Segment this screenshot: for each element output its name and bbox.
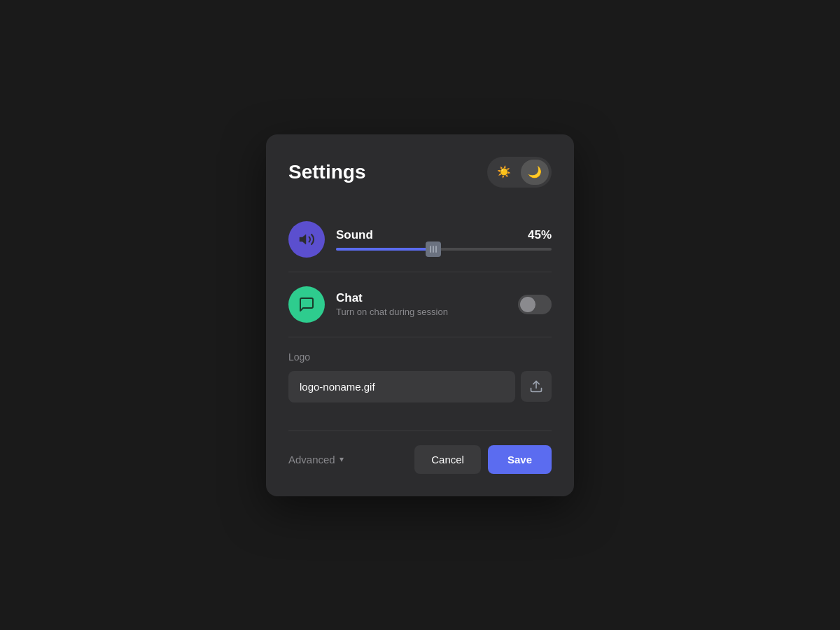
toggle-knob (520, 297, 536, 312)
advanced-button[interactable]: Advanced ▾ (288, 454, 344, 465)
sound-icon-bg (288, 221, 325, 258)
chat-icon-bg (288, 286, 325, 323)
settings-modal: Settings ☀️ 🌙 Sound 45% (266, 134, 574, 496)
slider-thumb-line-1 (430, 246, 431, 253)
advanced-label: Advanced (288, 454, 335, 465)
sound-value: 45% (528, 228, 552, 242)
chat-icon (298, 296, 315, 313)
logo-upload-button[interactable] (521, 371, 552, 402)
logo-label: Logo (288, 351, 552, 363)
slider-fill (336, 248, 433, 251)
footer-actions: Cancel Save (414, 445, 552, 474)
upload-icon (529, 379, 543, 393)
sound-label: Sound (336, 228, 373, 242)
theme-toggle: ☀️ 🌙 (487, 157, 552, 188)
chat-section: Chat Turn on chat during session (288, 275, 552, 334)
modal-title: Settings (288, 161, 365, 183)
slider-thumb-lines (430, 246, 437, 253)
divider-2 (288, 337, 552, 337)
sound-slider-container[interactable] (336, 248, 552, 251)
slider-track (336, 248, 552, 251)
sound-section: Sound 45% (288, 210, 552, 269)
slider-thumb[interactable] (426, 241, 441, 257)
save-button[interactable]: Save (488, 445, 552, 474)
modal-header: Settings ☀️ 🌙 (288, 157, 552, 188)
theme-light-button[interactable]: ☀️ (490, 160, 518, 185)
sound-header: Sound 45% (336, 228, 552, 242)
logo-filename-input[interactable] (288, 371, 515, 402)
logo-section: Logo (288, 340, 552, 414)
volume-icon (298, 231, 315, 248)
cancel-button[interactable]: Cancel (414, 445, 481, 474)
chat-content: Chat Turn on chat during session (336, 291, 507, 317)
theme-dark-button[interactable]: 🌙 (521, 160, 549, 185)
sun-icon: ☀️ (497, 165, 511, 178)
chat-label: Chat (336, 291, 363, 304)
divider-1 (288, 272, 552, 272)
logo-input-row (288, 371, 552, 402)
chat-toggle[interactable] (518, 295, 552, 314)
chevron-down-icon: ▾ (340, 454, 344, 464)
slider-thumb-line-3 (435, 246, 437, 253)
sound-content: Sound 45% (336, 228, 552, 251)
moon-icon: 🌙 (528, 165, 542, 178)
chat-subtitle: Turn on chat during session (336, 307, 507, 317)
slider-thumb-line-2 (433, 246, 434, 253)
modal-footer: Advanced ▾ Cancel Save (288, 430, 552, 474)
